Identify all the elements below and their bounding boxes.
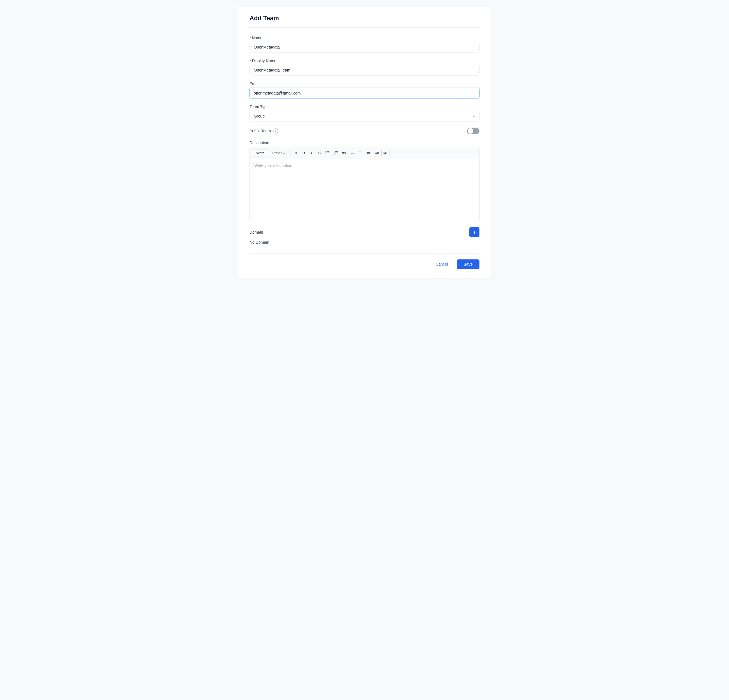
markdown-button[interactable]: M↓: [381, 150, 389, 156]
cancel-button[interactable]: Cancel: [430, 259, 454, 269]
page-title: Add Team: [250, 15, 479, 28]
ordered-list-button[interactable]: 1. 2. 3.: [332, 150, 340, 156]
form-footer: Cancel Save: [250, 254, 479, 269]
name-label: *Name: [250, 36, 479, 40]
save-button[interactable]: Save: [457, 259, 479, 269]
email-field-group: Email: [250, 81, 479, 99]
svg-text:3.: 3.: [334, 153, 335, 155]
info-icon[interactable]: i: [273, 128, 278, 134]
svg-point-2: [325, 152, 326, 153]
strikethrough-button[interactable]: S: [316, 150, 323, 156]
email-input[interactable]: [250, 88, 479, 99]
description-editor: Write Preview H B I S: [250, 147, 479, 221]
svg-rect-1: [327, 151, 330, 152]
domain-row: Domain +: [250, 227, 479, 237]
preview-tab[interactable]: Preview: [269, 150, 289, 156]
toolbar-divider-1: [290, 150, 290, 155]
toggle-thumb: [468, 128, 473, 134]
italic-button[interactable]: I: [308, 150, 315, 156]
heading-button[interactable]: H: [292, 150, 299, 156]
svg-rect-7: [335, 151, 338, 152]
email-label: Email: [250, 81, 479, 86]
display-name-label: *Display Name: [250, 59, 479, 63]
inline-code-button[interactable]: </>: [364, 150, 372, 155]
display-name-input[interactable]: [250, 65, 479, 76]
blockquote-button[interactable]: ": [357, 149, 364, 157]
svg-rect-3: [327, 152, 330, 153]
add-domain-button[interactable]: +: [469, 227, 479, 237]
public-team-row: Public Team i: [250, 128, 479, 134]
editor-toolbar: Write Preview H B I S: [250, 147, 479, 159]
no-domain-text: No Domain: [250, 240, 479, 244]
horizontal-rule-button[interactable]: —: [349, 150, 356, 156]
svg-rect-9: [335, 152, 338, 153]
team-type-field-group: Team Type Business Unit Department Divis…: [250, 105, 479, 121]
write-tab[interactable]: Write: [253, 150, 268, 157]
team-type-select[interactable]: Business Unit Department Division Group …: [250, 111, 479, 121]
display-name-field-group: *Display Name: [250, 59, 479, 76]
unordered-list-button[interactable]: [324, 150, 331, 156]
editor-placeholder: Write your description: [254, 163, 292, 168]
team-type-label: Team Type: [250, 105, 479, 109]
public-team-toggle[interactable]: [467, 128, 479, 134]
code-block-button[interactable]: CB: [373, 150, 381, 155]
svg-point-0: [325, 151, 326, 152]
public-team-label: Public Team: [250, 129, 271, 133]
description-field-group: Description Write Preview H B I S: [250, 141, 479, 221]
domain-label: Domain: [250, 230, 465, 234]
link-button[interactable]: [340, 150, 348, 156]
name-input[interactable]: [250, 42, 479, 52]
public-team-label-group: Public Team i: [250, 128, 467, 134]
svg-rect-11: [335, 154, 338, 154]
svg-rect-5: [327, 154, 330, 154]
svg-point-4: [325, 154, 326, 154]
toggle-track[interactable]: [467, 128, 479, 134]
add-team-form: Add Team *Name *Display Name Email Team …: [238, 6, 491, 278]
editor-content[interactable]: Write your description: [250, 159, 479, 221]
name-field-group: *Name: [250, 36, 479, 52]
bold-button[interactable]: B: [300, 150, 307, 156]
team-type-select-wrapper: Business Unit Department Division Group …: [250, 111, 479, 121]
description-label: Description: [250, 141, 479, 145]
